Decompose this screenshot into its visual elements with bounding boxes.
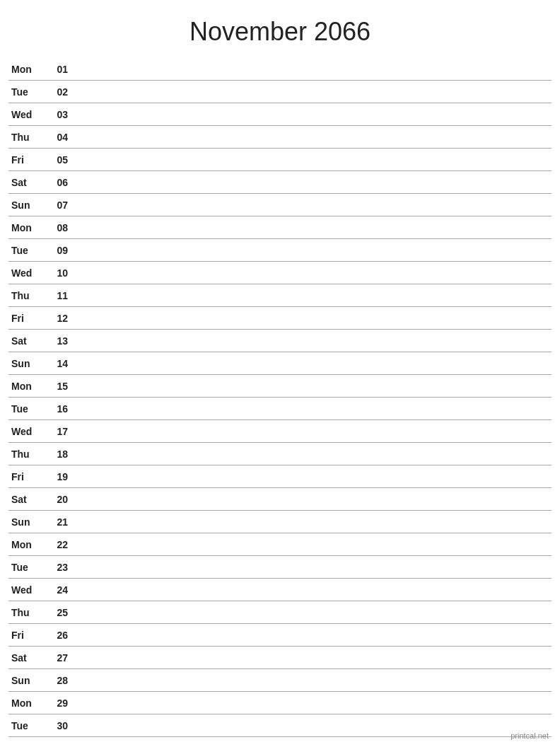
day-name: Wed [8,109,42,120]
day-line [68,408,552,409]
calendar-row: Sat06 [8,171,552,194]
day-number: 01 [42,64,68,75]
day-line [68,204,552,205]
day-line [68,318,552,318]
day-line [68,702,552,703]
day-name: Thu [8,607,42,618]
day-line [68,635,552,635]
day-line [68,250,552,250]
day-line [68,182,552,183]
calendar-row: Wed10 [8,262,552,284]
calendar-row: Mon01 [8,58,552,81]
day-number: 17 [42,426,68,437]
day-line [68,725,552,726]
day-name: Sun [8,516,42,528]
calendar-row: Mon15 [8,375,552,398]
day-name: Tue [8,245,42,256]
day-name: Wed [8,426,42,437]
day-number: 02 [42,86,68,98]
day-number: 27 [42,652,68,664]
day-number: 21 [42,516,68,528]
calendar-row: Tue23 [8,556,552,579]
calendar-row: Fri12 [8,307,552,330]
day-number: 22 [42,539,68,550]
day-line [68,567,552,567]
day-name: Tue [8,403,42,415]
day-name: Fri [8,154,42,166]
day-number: 08 [42,222,68,233]
day-name: Mon [8,697,42,709]
day-number: 14 [42,358,68,369]
calendar-row: Sat20 [8,488,552,511]
page-title: November 2066 [0,0,560,58]
calendar-row: Wed03 [8,103,552,126]
day-name: Sun [8,199,42,211]
day-name: Fri [8,471,42,482]
day-name: Sat [8,177,42,188]
calendar-row: Thu04 [8,126,552,149]
day-number: 24 [42,584,68,596]
day-line [68,431,552,432]
day-name: Fri [8,313,42,324]
calendar-row: Mon08 [8,216,552,239]
day-number: 06 [42,177,68,188]
day-number: 28 [42,675,68,686]
day-name: Thu [8,132,42,143]
day-line [68,69,552,69]
day-number: 09 [42,245,68,256]
day-number: 19 [42,471,68,482]
day-number: 20 [42,494,68,505]
day-name: Mon [8,539,42,550]
day-number: 11 [42,290,68,301]
day-number: 16 [42,403,68,415]
day-name: Sat [8,652,42,664]
day-number: 04 [42,132,68,143]
day-number: 15 [42,381,68,392]
day-line [68,386,552,386]
calendar-row: Thu18 [8,443,552,465]
day-line [68,363,552,364]
calendar-row: Fri26 [8,624,552,647]
day-line [68,453,552,454]
day-line [68,521,552,522]
day-number: 30 [42,720,68,731]
calendar-row: Mon29 [8,692,552,714]
calendar-row: Sat13 [8,330,552,352]
day-line [68,657,552,658]
day-number: 03 [42,109,68,120]
calendar-row: Mon22 [8,533,552,556]
day-line [68,612,552,613]
calendar-row: Wed17 [8,420,552,443]
day-name: Mon [8,64,42,75]
day-line [68,340,552,341]
day-number: 26 [42,630,68,641]
day-name: Sat [8,494,42,505]
day-name: Sun [8,358,42,369]
day-name: Fri [8,630,42,641]
watermark: printcal.net [511,731,549,740]
day-number: 29 [42,697,68,709]
day-number: 12 [42,313,68,324]
day-line [68,159,552,160]
calendar-row: Sun21 [8,511,552,533]
day-line [68,589,552,590]
day-line [68,544,552,545]
day-name: Wed [8,584,42,596]
calendar-container: Mon01Tue02Wed03Thu04Fri05Sat06Sun07Mon08… [0,58,560,737]
day-name: Tue [8,562,42,573]
calendar-row: Thu11 [8,284,552,307]
day-number: 10 [42,267,68,279]
day-name: Sat [8,335,42,347]
day-name: Tue [8,720,42,731]
calendar-row: Tue30 [8,714,552,737]
day-line [68,272,552,273]
day-name: Mon [8,222,42,233]
day-name: Thu [8,448,42,460]
day-number: 18 [42,448,68,460]
calendar-row: Sun07 [8,194,552,216]
day-line [68,499,552,499]
day-line [68,227,552,228]
day-number: 07 [42,199,68,211]
calendar-row: Tue02 [8,81,552,103]
day-line [68,114,552,115]
